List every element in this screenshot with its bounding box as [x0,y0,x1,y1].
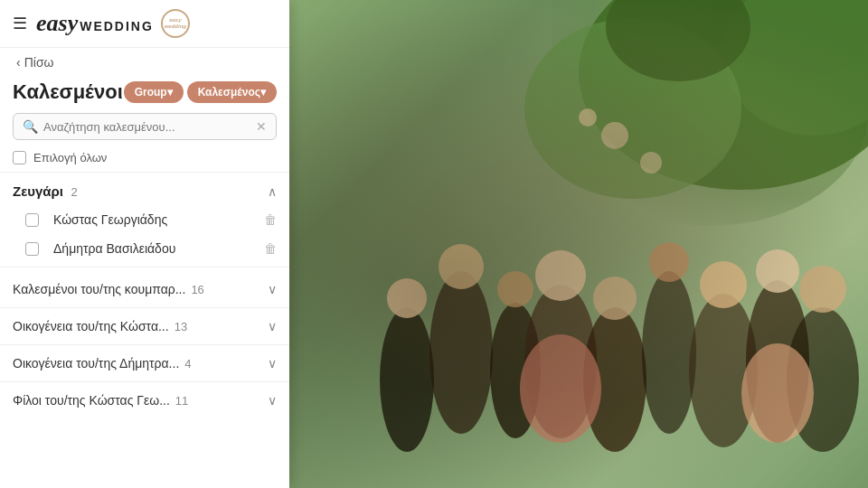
select-all-label: Επιλογή όλων [33,151,107,164]
guest-kostas-delete-icon[interactable]: 🗑 [264,212,277,227]
group-koumparos[interactable]: Καλεσμένοι του/της κουμπαρ... 16 ∨ [0,271,289,308]
group-filoi-kosta-left: Φίλοι του/της Κώστας Γεω... 11 [13,393,188,408]
group-oikogeneia-kosta-title: Οικογένεια του/της Κώστα... [13,319,169,333]
search-input[interactable] [43,120,256,134]
svg-point-8 [746,280,809,443]
group-oikogeneia-dimitra-title: Οικογένεια του/της Δήμητρα... [13,356,179,371]
guest-item-kostas: Κώστας Γεωργιάδης 🗑 [0,205,289,234]
svg-point-14 [593,277,637,320]
group-zeugari-title-area: Ζευγάρι 2 [13,183,78,200]
divider-1 [0,267,289,267]
back-label: Πίσω [24,55,54,70]
group-filoi-kosta[interactable]: Φίλοι του/της Κώστας Γεω... 11 ∨ [0,382,289,418]
svg-point-9 [787,307,859,452]
group-zeugari: Ζευγάρι 2 ∧ Κώστας Γεωργιάδης 🗑 Δήμητρα … [0,173,289,263]
group-zeugari-count: 2 [71,185,77,199]
group-oikogeneia-kosta-chevron: ∨ [268,319,277,333]
search-area: 🔍 ✕ [0,113,289,147]
guest-kostas-name: Κώστας Γεωργιάδης [53,212,264,227]
group-koumparos-title: Καλεσμένοι του/της κουμπαρ... [13,282,185,296]
group-oikogeneia-dimitra-chevron: ∨ [268,356,277,371]
group-button[interactable]: Group▾ [124,81,184,103]
foliage-decoration [552,0,868,226]
kalesmenos-button[interactable]: Καλεσμένος▾ [187,81,277,103]
group-oikogeneia-kosta-count: 13 [175,320,187,333]
search-input-wrap: 🔍 ✕ [13,113,277,140]
page-title-area: Καλεσμένοι Group▾ Καλεσμένος▾ [0,77,289,113]
svg-point-25 [601,122,628,149]
logo-badge: easywedding [161,9,190,38]
guest-dimitra-name: Δήμητρα Βασιλειάδου [53,241,264,256]
group-oikogeneia-dimitra-left: Οικογένεια του/της Δήμητρα... 4 [13,356,192,371]
action-buttons: Group▾ Καλεσμένος▾ [124,81,277,103]
group-koumparos-chevron: ∨ [268,282,277,296]
svg-point-19 [520,334,601,443]
svg-point-22 [723,0,868,136]
logo-area: easy WEDDING easywedding [36,9,277,38]
group-zeugari-header[interactable]: Ζευγάρι 2 ∧ [0,173,289,205]
group-koumparos-count: 16 [191,283,203,296]
group-oikogeneia-kosta-left: Οικογένεια του/της Κώστα... 13 [13,319,187,333]
svg-point-20 [741,343,814,443]
logo-text: easy WEDDING [36,10,154,37]
group-oikogeneia-kosta[interactable]: Οικογένεια του/της Κώστα... 13 ∨ [0,308,289,345]
guest-dimitra-delete-icon[interactable]: 🗑 [264,241,277,256]
select-all-checkbox[interactable] [13,151,26,164]
main-panel: ☰ easy WEDDING easywedding ‹ Πίσω Καλεσμ… [0,0,289,488]
group-filoi-kosta-title: Φίλοι του/της Κώστας Γεω... [13,393,170,408]
svg-point-6 [642,271,696,434]
svg-point-3 [490,303,541,438]
search-icon: 🔍 [23,119,38,134]
group-filoi-kosta-count: 11 [175,394,188,408]
logo-easy: easy [36,10,78,37]
select-all-row[interactable]: Επιλογή όλων [0,147,289,173]
logo-badge-text: easywedding [165,17,186,30]
guest-item-dimitra: Δήμητρα Βασιλειάδου 🗑 [0,234,289,263]
group-filoi-kosta-chevron: ∨ [268,393,277,408]
svg-point-15 [649,242,689,282]
svg-point-7 [689,294,758,447]
page-title: Καλεσμένοι [13,80,123,104]
app-header: ☰ easy WEDDING easywedding [0,0,289,48]
svg-point-17 [756,249,799,293]
search-clear-icon[interactable]: ✕ [256,119,267,134]
svg-point-24 [606,0,750,81]
svg-point-10 [387,278,427,318]
svg-point-5 [583,307,646,452]
svg-point-27 [579,108,597,127]
svg-point-16 [700,261,747,308]
back-arrow-icon: ‹ [16,55,21,70]
hamburger-icon[interactable]: ☰ [13,14,27,33]
group-oikogeneia-dimitra[interactable]: Οικογένεια του/της Δήμητρα... 4 ∨ [0,345,289,382]
group-koumparos-left: Καλεσμένοι του/της κουμπαρ... 16 [13,282,204,296]
group-zeugari-chevron: ∧ [268,184,277,199]
logo-wedding: WEDDING [80,19,154,33]
svg-point-4 [524,285,597,438]
svg-point-12 [497,271,533,307]
groups-list: Ζευγάρι 2 ∧ Κώστας Γεωργιάδης 🗑 Δήμητρα … [0,173,289,488]
svg-point-11 [439,244,484,289]
svg-point-2 [429,271,493,434]
svg-point-23 [524,18,741,199]
guest-dimitra-checkbox[interactable] [25,242,39,256]
svg-point-26 [640,152,662,174]
svg-point-21 [579,0,868,190]
svg-point-13 [535,250,586,301]
guest-kostas-checkbox[interactable] [25,213,39,227]
back-button[interactable]: ‹ Πίσω [0,48,289,77]
svg-point-18 [799,266,846,313]
svg-point-1 [380,307,434,452]
group-zeugari-title: Ζευγάρι [13,183,63,199]
group-oikogeneia-dimitra-count: 4 [184,357,191,371]
